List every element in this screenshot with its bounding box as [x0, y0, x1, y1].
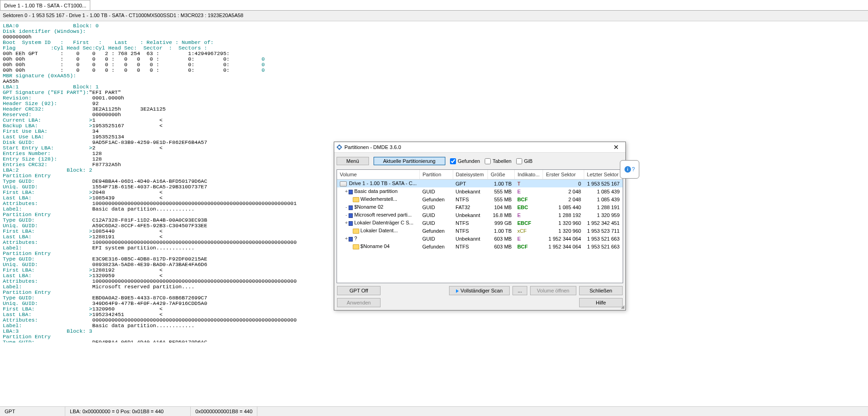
gib-checkbox[interactable]: GiB — [516, 158, 532, 164]
table-row[interactable]: - Microsoft reserved parti...GUIDUnbekan… — [337, 211, 623, 219]
status-scheme: GPT — [0, 407, 65, 416]
status-lba: LBA: 0x00000000 = 0 Pos: 0x01B8 = 440 — [65, 407, 191, 416]
status-bar: GPT LBA: 0x00000000 = 0 Pos: 0x01B8 = 44… — [0, 406, 868, 416]
col-first-sector[interactable]: Erster Sektor — [543, 170, 584, 180]
hilfe-button[interactable]: Hilfe — [579, 298, 623, 307]
col-partition[interactable]: Partition — [419, 170, 453, 180]
partition-icon — [349, 190, 353, 194]
menu-button[interactable]: Menü — [337, 157, 369, 165]
more-button[interactable]: ... — [512, 286, 527, 295]
table-row[interactable]: + ?GUIDUnbekannt603 MBE1 952 344 0641 95… — [337, 235, 623, 242]
tab-bar: Drive 1 - 1.00 TB - SATA - CT1000... — [0, 0, 868, 11]
app-icon — [336, 144, 343, 150]
schliessen-button[interactable]: Schließen — [579, 286, 623, 295]
partition-icon — [349, 205, 353, 210]
volume-oeffnen-button[interactable]: Volume öffnen — [530, 286, 576, 295]
dialog-title-bar[interactable]: Partitionen - DMDE 3.6.0 ✕ — [334, 142, 625, 153]
table-header-row: Volume Partition Dateisystem Größe Indik… — [337, 170, 623, 180]
col-volume[interactable]: Volume — [337, 170, 419, 180]
folder-icon — [353, 229, 359, 234]
folder-icon — [353, 244, 359, 249]
col-last-sector[interactable]: Letzter Sektor — [584, 170, 622, 180]
dialog-title: Partitionen - DMDE 3.6.0 — [344, 144, 609, 150]
aktuelle-partitionierung-button[interactable]: Aktuelle Partitionierung — [374, 157, 445, 165]
question-icon: ? — [632, 166, 635, 173]
sector-info-bar: Sektoren 0 - 1 953 525 167 - Drive 1 - 1… — [0, 11, 868, 21]
document-tab[interactable]: Drive 1 - 1.00 TB - SATA - CT1000... — [0, 0, 90, 10]
gefunden-checkbox[interactable]: Gefunden — [450, 158, 480, 164]
table-row[interactable]: Wiederherstell...GefundenNTFS555 MBBCF2 … — [337, 195, 623, 203]
vollstaendiger-scan-button[interactable]: Vollständiger Scan — [449, 286, 510, 295]
col-size[interactable]: Größe — [487, 170, 514, 180]
anwenden-button[interactable]: Anwenden — [337, 298, 381, 307]
tabellen-checkbox[interactable]: Tabellen — [485, 158, 512, 164]
partitions-dialog: Partitionen - DMDE 3.6.0 ✕ Menü Aktuelle… — [334, 142, 626, 310]
resize-grip-icon[interactable]: ◢ — [620, 304, 624, 309]
play-icon — [456, 289, 459, 293]
partition-icon — [349, 237, 353, 242]
col-filesystem[interactable]: Dateisystem — [453, 170, 487, 180]
info-icon: i — [624, 166, 631, 173]
help-tooltip[interactable]: i ? — [620, 160, 639, 179]
partitions-table: Volume Partition Dateisystem Größe Indik… — [337, 169, 623, 283]
table-row[interactable]: Lokaler Datent...GefundenNTFS1.00 TBxCF1… — [337, 227, 623, 235]
svg-point-1 — [338, 146, 340, 148]
expand-icon[interactable]: + — [344, 188, 349, 194]
table-row[interactable]: Drive 1 - 1.00 TB - SATA - C...GPT1.00 T… — [337, 180, 623, 188]
dialog-toolbar: Menü Aktuelle Partitionierung Gefunden T… — [334, 153, 625, 169]
expand-icon[interactable]: + — [344, 236, 349, 241]
tab-label: Drive 1 - 1.00 TB - SATA - CT1000... — [4, 3, 86, 8]
dialog-buttons: GPT Off Vollständiger Scan ... Volume öf… — [334, 283, 625, 309]
close-icon[interactable]: ✕ — [609, 143, 624, 152]
folder-icon — [353, 197, 359, 202]
drive-icon — [340, 181, 347, 186]
table-row[interactable]: $Noname 04GefundenNTFS603 MBBCF1 952 344… — [337, 242, 623, 250]
status-offset: 0x00000000001B8 = 440 — [191, 407, 257, 416]
partition-icon — [349, 221, 353, 226]
table-row[interactable]: + Lokaler Datenträger C S...GUIDNTFS999 … — [337, 219, 623, 227]
expand-icon[interactable]: - — [344, 212, 349, 217]
col-indicator[interactable]: Indikato... — [514, 170, 543, 180]
expand-icon[interactable]: + — [344, 220, 349, 225]
gpt-off-button[interactable]: GPT Off — [337, 286, 381, 295]
table-row[interactable]: - $Noname 02GUIDFAT32104 MBEBC1 085 4401… — [337, 203, 623, 211]
partition-icon — [349, 213, 353, 218]
expand-icon[interactable]: - — [344, 204, 349, 210]
table-row[interactable]: + Basic data partitionGUIDUnbekannt555 M… — [337, 187, 623, 195]
